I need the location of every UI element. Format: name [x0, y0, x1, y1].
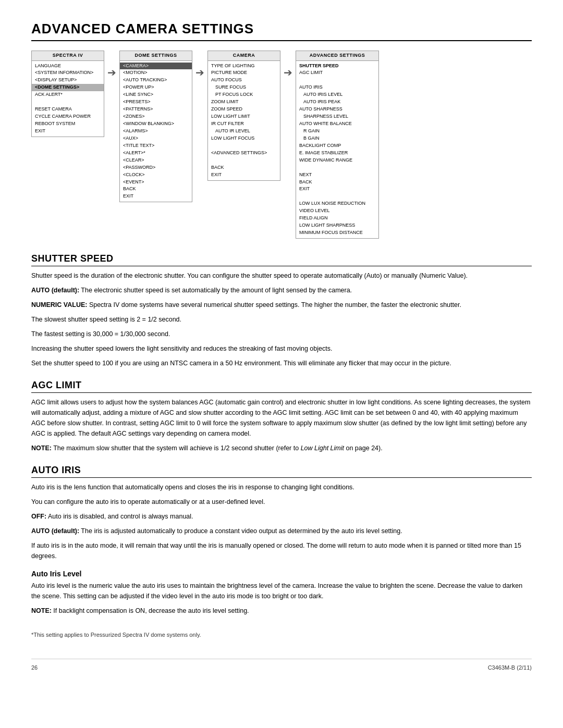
nav-item: CYCLE CAMERA POWER	[35, 113, 101, 120]
nav-item: <ZONES>	[123, 113, 189, 120]
nav-item	[299, 193, 375, 200]
nav-item: PICTURE MODE	[211, 69, 277, 77]
nav-item: SURE FOCUS	[211, 84, 277, 91]
nav-item	[299, 77, 375, 84]
nav-item	[211, 157, 277, 164]
nav-item: <CLOCK>	[123, 171, 189, 179]
auto-iris-configure: You can configure the auto iris to opera…	[31, 497, 532, 507]
nav-item: AUTO IRIS LEVEL	[299, 91, 375, 98]
nav-item: AUTO IRIS	[299, 84, 375, 91]
nav-item: NEXT	[299, 171, 375, 179]
nav-item: <TITLE TEXT>	[123, 142, 189, 150]
nav-item: <AUX>	[123, 135, 189, 142]
nav-item: AUTO SHARPNESS	[299, 106, 375, 113]
agc-limit-body: AGC limit allows users to adjust how the…	[31, 397, 532, 439]
nav-item: RESET CAMERA	[35, 106, 101, 113]
nav-item: EXIT	[211, 171, 277, 179]
nav-item: LANGUAGE	[35, 63, 101, 70]
nav-item: IR CUT FILTER	[211, 120, 277, 128]
nav-item: <PRESETS>	[123, 98, 189, 106]
nav-diagram: SPECTRA IV LANGUAGE <SYSTEM INFORMATION>…	[31, 51, 532, 239]
nav-item: <ALARMS>	[123, 128, 189, 135]
doc-code: C3463M-B (2/11)	[488, 664, 532, 671]
shutter-speed-increasing: Increasing the shutter speed lowers the …	[31, 343, 532, 354]
nav-item: EXIT	[35, 128, 101, 135]
section-title-agc-limit: AGC LIMIT	[31, 380, 532, 393]
nav-item: LOW LIGHT SHARPNESS	[299, 222, 375, 229]
nav-box-camera: CAMERA TYPE OF LIGHTING PICTURE MODE AUT…	[207, 51, 280, 181]
nav-item: AUTO IRIS PEAK	[299, 98, 375, 106]
nav-item: <PATTERNS>	[123, 106, 189, 113]
nav-item	[299, 164, 375, 171]
auto-iris-intro: Auto iris is the lens function that auto…	[31, 482, 532, 492]
section-title-auto-iris: AUTO IRIS	[31, 465, 532, 478]
nav-box-dome-settings-header: DOME SETTINGS	[120, 51, 192, 61]
nav-item: BACK	[211, 164, 277, 171]
nav-item: <MOTION>	[123, 69, 189, 77]
nav-item: <EVENT>	[123, 179, 189, 186]
nav-item: LOW LIGHT LIMIT	[211, 113, 277, 120]
nav-box-spectra-iv-content: LANGUAGE <SYSTEM INFORMATION> <DISPLAY S…	[32, 61, 104, 137]
nav-item: <CLEAR>	[123, 157, 189, 164]
nav-item: REBOOT SYSTEM	[35, 120, 101, 128]
nav-item: <ALERT>*	[123, 150, 189, 157]
page-footer: 26 C3463M-B (2/11)	[31, 659, 532, 671]
nav-item: B GAIN	[299, 135, 375, 142]
nav-item: BACK	[299, 179, 375, 186]
arrow-3: ➔	[280, 66, 296, 79]
nav-item: <POWER UP>	[123, 84, 189, 91]
nav-item: VIDEO LEVEL	[299, 207, 375, 215]
nav-box-advanced-settings-content: SHUTTER SPEED AGC LIMIT AUTO IRIS AUTO I…	[296, 61, 378, 239]
nav-item: AUTO FOCUS	[211, 77, 277, 84]
nav-item: ZOOM SPEED	[211, 106, 277, 113]
nav-item: LOW LIGHT FOCUS	[211, 135, 277, 142]
agc-limit-note: NOTE: The maximum slow shutter that the …	[31, 443, 532, 453]
nav-item: <SYSTEM INFORMATION>	[35, 69, 101, 77]
nav-box-advanced-settings: ADVANCED SETTINGS SHUTTER SPEED AGC LIMI…	[296, 51, 379, 239]
nav-box-dome-settings-content: <CAMERA> <MOTION> <AUTO TRACKING> <POWER…	[120, 61, 192, 202]
nav-box-camera-content: TYPE OF LIGHTING PICTURE MODE AUTO FOCUS…	[208, 61, 280, 180]
nav-item	[35, 98, 101, 106]
shutter-speed-auto: AUTO (default): The electronic shutter s…	[31, 285, 532, 295]
nav-item: EXIT	[123, 193, 189, 200]
nav-item: <PASSWORD>	[123, 164, 189, 171]
page-number: 26	[31, 664, 38, 671]
nav-item: E. IMAGE STABILIZER	[299, 150, 375, 157]
auto-iris-off: OFF: Auto iris is disabled, and control …	[31, 511, 532, 522]
arrow-1: ➔	[104, 66, 119, 79]
nav-box-advanced-settings-header: ADVANCED SETTINGS	[296, 51, 378, 61]
nav-item: ZOOM LIMIT	[211, 98, 277, 106]
nav-item: PT FOCUS LOCK	[211, 91, 277, 98]
nav-item	[211, 142, 277, 150]
nav-box-spectra-iv-header: SPECTRA IV	[32, 51, 104, 61]
shutter-speed-intro: Shutter speed is the duration of the ele…	[31, 270, 532, 281]
auto-iris-mode: If auto iris is in the auto mode, it wil…	[31, 540, 532, 561]
auto-iris-level-note: NOTE: If backlight compensation is ON, d…	[31, 606, 532, 616]
nav-item: TYPE OF LIGHTING	[211, 63, 277, 70]
nav-item: AUTO IR LEVEL	[211, 128, 277, 135]
nav-item: AGC LIMIT	[299, 69, 375, 77]
nav-item-shutter: SHUTTER SPEED	[299, 63, 375, 70]
arrow-2: ➔	[192, 66, 207, 79]
nav-item: AUTO WHITE BALANCE	[299, 120, 375, 128]
nav-item: EXIT	[299, 186, 375, 193]
section-title-shutter-speed: SHUTTER SPEED	[31, 253, 532, 266]
nav-item-dome-settings: <DOME SETTINGS>	[32, 84, 104, 91]
shutter-speed-fastest: The fastest setting is 30,000 = 1/30,000…	[31, 329, 532, 339]
nav-item: LOW LUX NOISE REDUCTION	[299, 200, 375, 207]
nav-item: BACKLIGHT COMP	[299, 142, 375, 150]
nav-item: WIDE DYNAMIC RANGE	[299, 157, 375, 164]
page-title: ADVANCED CAMERA SETTINGS	[31, 21, 532, 41]
auto-iris-auto: AUTO (default): The iris is adjusted aut…	[31, 526, 532, 536]
nav-item-camera: <CAMERA>	[120, 63, 192, 70]
shutter-speed-slowest: The slowest shutter speed setting is 2 =…	[31, 314, 532, 325]
nav-item-advanced: <ADVANCED SETTINGS>	[211, 150, 277, 157]
nav-item: <DISPLAY SETUP>	[35, 77, 101, 84]
nav-item: <WINDOW BLANKING>	[123, 120, 189, 128]
nav-item: R GAIN	[299, 128, 375, 135]
nav-item: BACK	[123, 186, 189, 193]
nav-item: SHARPNESS LEVEL	[299, 113, 375, 120]
nav-item: <LINE SYNC>	[123, 91, 189, 98]
nav-box-camera-header: CAMERA	[208, 51, 280, 61]
nav-item: ACK ALERT*	[35, 91, 101, 98]
